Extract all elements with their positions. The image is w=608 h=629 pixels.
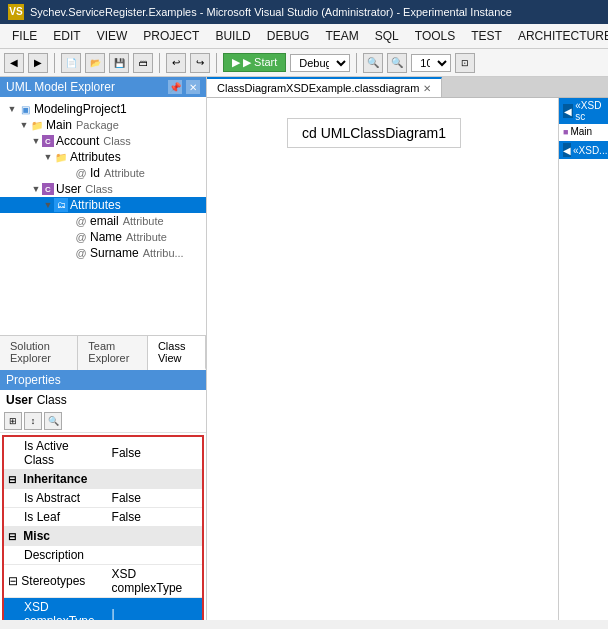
tree-item-user[interactable]: ▼ C User Class	[0, 181, 206, 197]
prop-group-misc[interactable]: ⊟ Misc	[4, 527, 202, 546]
class-icon: C	[42, 183, 54, 195]
prop-row-xsd-complextype[interactable]: XSD complexType	[4, 598, 202, 621]
xsd-collapse-button-2[interactable]: ◀	[563, 143, 571, 157]
tree-item-surname[interactable]: @ Surname Attribu...	[0, 245, 206, 261]
start-button[interactable]: ▶ ▶ Start	[223, 53, 286, 72]
vs-logo: VS	[8, 4, 24, 20]
prop-value: False	[106, 508, 202, 527]
tree-type: Attribute	[104, 167, 145, 179]
prop-class-name: User	[6, 393, 33, 407]
back-button[interactable]: ◀	[4, 53, 24, 73]
tree-label: Id	[90, 166, 100, 180]
prop-group-label: ⊟ Misc	[4, 527, 202, 546]
uml-explorer-header: UML Model Explorer 📌 ✕	[0, 77, 206, 97]
expand-arrow[interactable]: ▼	[18, 119, 30, 131]
attribute-icon: @	[74, 246, 88, 260]
properties-content: User Class ⊞ ↕ 🔍 Is Active Class False	[0, 390, 206, 620]
menu-team[interactable]: TEAM	[317, 26, 366, 46]
properties-table: Is Active Class False ⊟ Inheritance Is A…	[4, 437, 202, 620]
menu-view[interactable]: VIEW	[89, 26, 136, 46]
undo-button[interactable]: ↩	[166, 53, 186, 73]
panel-header-buttons: 📌 ✕	[168, 80, 200, 94]
prop-label: ⊟ Stereotypes	[4, 565, 106, 598]
expand-arrow[interactable]: ▼	[30, 183, 42, 195]
tab-solution-explorer[interactable]: Solution Explorer	[0, 336, 78, 370]
prop-sort-cat-button[interactable]: ⊞	[4, 412, 22, 430]
redo-button[interactable]: ↪	[190, 53, 210, 73]
pin-button[interactable]: 📌	[168, 80, 182, 94]
menu-project[interactable]: PROJECT	[135, 26, 207, 46]
expand-arrow[interactable]: ▼	[42, 151, 54, 163]
zoom-out-button[interactable]: 🔍	[387, 53, 407, 73]
prop-search-button[interactable]: 🔍	[44, 412, 62, 430]
expand-icon: ⊟	[8, 574, 18, 588]
xsd-collapse-button[interactable]: ◀	[563, 104, 573, 118]
uml-tree: ▼ ▣ ModelingProject1 ▼ 📁 Main Package ▼ …	[0, 97, 206, 335]
zoom-reset-button[interactable]: ⊡	[455, 53, 475, 73]
menu-debug[interactable]: DEBUG	[259, 26, 318, 46]
close-panel-button[interactable]: ✕	[186, 80, 200, 94]
menu-architecture[interactable]: ARCHITECTURE	[510, 26, 608, 46]
prop-class-row: User Class	[0, 390, 206, 410]
tab-class-view[interactable]: Class View	[148, 336, 206, 370]
tree-item-name-attr[interactable]: @ Name Attribute	[0, 229, 206, 245]
menu-file[interactable]: FILE	[4, 26, 45, 46]
folder-icon: 📁	[30, 118, 44, 132]
tab-team-explorer[interactable]: Team Explorer	[78, 336, 148, 370]
close-tab-button[interactable]: ✕	[423, 83, 431, 94]
expand-arrow[interactable]: ▼	[42, 199, 54, 211]
project-icon: ▣	[18, 102, 32, 116]
menu-sql[interactable]: SQL	[367, 26, 407, 46]
zoom-dropdown[interactable]: 100%	[411, 54, 451, 72]
tree-type: Attribu...	[143, 247, 184, 259]
class-icon: C	[42, 135, 54, 147]
tree-item-main[interactable]: ▼ 📁 Main Package	[0, 117, 206, 133]
xsd-header-text: «XSD sc	[575, 100, 604, 122]
attribute-icon: @	[74, 214, 88, 228]
tree-label: Attributes	[70, 198, 121, 212]
expand-arrow[interactable]: ▼	[6, 103, 18, 115]
prop-label: Is Active Class	[4, 437, 106, 470]
properties-title: Properties	[6, 373, 61, 387]
prop-value-xsd-input[interactable]	[106, 598, 202, 621]
prop-sort-alpha-button[interactable]: ↕	[24, 412, 42, 430]
diagram-title: cd UMLClassDiagram1	[287, 118, 461, 148]
menu-edit[interactable]: EDIT	[45, 26, 88, 46]
bottom-tabs: Solution Explorer Team Explorer Class Vi…	[0, 335, 206, 370]
tree-item-attrs2[interactable]: ▼ 🗂 Attributes	[0, 197, 206, 213]
prop-red-border-section: Is Active Class False ⊟ Inheritance Is A…	[2, 435, 204, 620]
expand-arrow[interactable]: ▼	[30, 135, 42, 147]
forward-button[interactable]: ▶	[28, 53, 48, 73]
tree-item-attrs1[interactable]: ▼ 📁 Attributes	[0, 149, 206, 165]
prop-label: Is Abstract	[4, 489, 106, 508]
folder-icon: 📁	[54, 150, 68, 164]
tree-label: Account	[56, 134, 99, 148]
xsd-item-label: Main	[570, 126, 592, 137]
save-all-button[interactable]: 🗃	[133, 53, 153, 73]
save-button[interactable]: 💾	[109, 53, 129, 73]
tree-item-id[interactable]: @ Id Attribute	[0, 165, 206, 181]
zoom-in-button[interactable]: 🔍	[363, 53, 383, 73]
prop-toolbar: ⊞ ↕ 🔍	[0, 410, 206, 433]
menu-tools[interactable]: TOOLS	[407, 26, 463, 46]
new-file-button[interactable]: 📄	[61, 53, 81, 73]
prop-group-label: ⊟ Inheritance	[4, 470, 202, 489]
menu-test[interactable]: TEST	[463, 26, 510, 46]
tree-item-email[interactable]: @ email Attribute	[0, 213, 206, 229]
tree-item-account[interactable]: ▼ C Account Class	[0, 133, 206, 149]
start-label: ▶ Start	[243, 56, 277, 69]
menu-build[interactable]: BUILD	[207, 26, 258, 46]
tree-item-modeling[interactable]: ▼ ▣ ModelingProject1	[0, 101, 206, 117]
prop-row-description: Description	[4, 546, 202, 565]
expand-arrow-placeholder	[62, 231, 74, 243]
prop-value: False	[106, 489, 202, 508]
prop-value	[106, 546, 202, 565]
expand-arrow-placeholder	[62, 247, 74, 259]
tree-type: Attribute	[126, 231, 167, 243]
prop-group-inheritance[interactable]: ⊟ Inheritance	[4, 470, 202, 489]
config-dropdown[interactable]: Debug	[290, 54, 350, 72]
open-button[interactable]: 📂	[85, 53, 105, 73]
diagram-tab[interactable]: ClassDiagramXSDExample.classdiagram ✕	[207, 77, 442, 97]
separator-3	[216, 53, 217, 73]
xsd-input[interactable]	[112, 607, 196, 620]
